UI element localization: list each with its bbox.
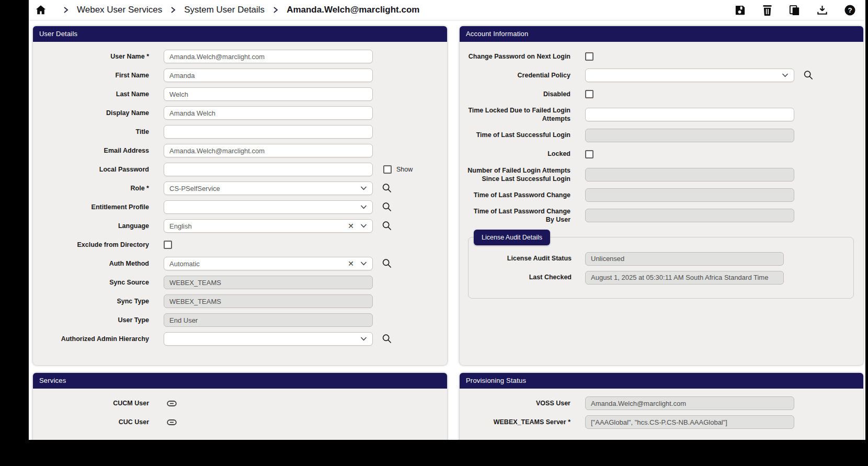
select-input-credential-policy[interactable] (585, 69, 794, 82)
clear-icon[interactable]: ✕ (348, 260, 354, 267)
panel-title: Provisioning Status (460, 373, 863, 389)
field-control-exclude-from-directory (164, 241, 172, 249)
readonly-field-sync-type: WEBEX_TEAMS (164, 294, 373, 308)
field-row-first-name: First NameAmanda (39, 69, 441, 82)
field-value: WEBEX_TEAMS (169, 279, 367, 287)
field-label-change-password-on-next-login: Change Password on Next Login (466, 52, 570, 61)
field-label-locked: Locked (466, 150, 570, 158)
select-input-language[interactable]: English✕ (164, 219, 373, 233)
field-control-first-name: Amanda (164, 69, 373, 82)
readonly-field-voss-user: Amanda.Welch@marclight.com (585, 396, 794, 410)
field-control-last-name: Welch (164, 87, 373, 101)
field-control-title (164, 125, 373, 139)
readonly-field-time-of-last-password-change-by-user (585, 209, 794, 222)
field-row-last-checked: Last CheckedAugust 1, 2025 at 05:30:11 A… (475, 271, 847, 285)
search-icon[interactable] (381, 258, 393, 269)
select-input-authorized-admin-hierarchy[interactable] (164, 332, 373, 346)
field-row-local-password: Local PasswordShow (39, 163, 441, 176)
panel-account-information: Account Information Change Password on N… (460, 26, 863, 365)
field-label-language: Language (39, 222, 149, 230)
field-control-authorized-admin-hierarchy (164, 332, 393, 346)
delete-button[interactable] (762, 4, 773, 16)
field-label-sync-type: Sync Type (39, 297, 149, 305)
breadcrumb-item[interactable]: Webex User Services (77, 5, 162, 15)
chevron-down-icon (360, 337, 367, 341)
checkbox-locked[interactable] (585, 150, 593, 158)
field-control-entitlement-profile (164, 200, 393, 214)
checkbox-disabled[interactable] (585, 90, 593, 98)
field-label-last-checked: Last Checked (475, 273, 572, 281)
field-row-sync-source: Sync SourceWEBEX_TEAMS (39, 276, 441, 289)
clear-icon[interactable]: ✕ (348, 222, 354, 230)
text-input-display-name[interactable]: Amanda Welch (164, 106, 373, 120)
text-input-user-name[interactable]: Amanda.Welch@marclight.com (164, 50, 373, 63)
field-row-user-name: User Name *Amanda.Welch@marclight.com (39, 50, 441, 63)
field-control-cuc-user (164, 419, 177, 426)
field-row-sync-type: Sync TypeWEBEX_TEAMS (39, 294, 441, 308)
field-control-time-of-last-password-change (585, 188, 794, 202)
field-value: Welch (169, 90, 367, 98)
field-value: Unlicensed (591, 255, 778, 263)
field-row-title: Title (39, 125, 441, 139)
readonly-field-license-audit-status: Unlicensed (585, 252, 784, 266)
text-input-email-address[interactable]: Amanda.Welch@marclight.com (164, 144, 373, 157)
field-row-number-of-failed-login-attempts-since-last-successful-login: Number of Failed Login Attempts Since La… (466, 166, 857, 184)
field-control-webex-teams-server: ["AAAGlobal", "hcs.CS-P.CS-NB.AAAGlobal"… (585, 415, 794, 429)
search-icon[interactable] (381, 183, 393, 194)
breadcrumb-current-user: Amanda.Welch@marclight.com (287, 5, 419, 15)
field-label-credential-policy: Credential Policy (466, 71, 570, 79)
search-icon[interactable] (381, 333, 393, 345)
license-audit-details-tab: License Audit Details (474, 230, 550, 245)
action-toolbar: ? (734, 4, 856, 16)
save-button[interactable] (734, 4, 746, 16)
field-control-user-type: End User (164, 313, 373, 327)
field-label-time-of-last-password-change-by-user: Time of Last Password Change By User (466, 207, 570, 224)
text-input-title[interactable] (164, 125, 373, 139)
field-row-auth-method: Auth MethodAutomatic✕ (39, 257, 441, 270)
field-value: Amanda.Welch@marclight.com (169, 53, 367, 61)
search-icon[interactable] (803, 70, 814, 81)
field-value: ["AAAGlobal", "hcs.CS-P.CS-NB.AAAGlobal"… (591, 418, 789, 426)
field-label-time-of-last-successful-login: Time of Last Successful Login (466, 131, 570, 139)
field-label-sync-source: Sync Source (39, 278, 149, 287)
field-row-time-of-last-successful-login: Time of Last Successful Login (466, 129, 857, 142)
field-label-license-audit-status: License Audit Status (475, 254, 572, 263)
field-row-license-audit-status: License Audit StatusUnlicensed (475, 252, 847, 266)
show-password-label: Show (396, 166, 413, 173)
linked-record-icon[interactable] (167, 419, 177, 426)
text-input-last-name[interactable]: Welch (164, 87, 373, 101)
field-control-credential-policy (585, 69, 814, 82)
field-control-role: CS-PSelfService (164, 181, 393, 195)
help-button[interactable]: ? (844, 4, 856, 16)
chevron-down-icon (360, 205, 367, 209)
panel-services: Services CUCM UserCUC User (33, 373, 447, 440)
checkbox-exclude-from-directory[interactable] (164, 241, 172, 249)
show-password-checkbox[interactable] (383, 165, 392, 174)
select-input-role[interactable]: CS-PSelfService (164, 181, 373, 195)
chevron-down-icon (360, 262, 367, 266)
field-value: Amanda.Welch@marclight.com (169, 147, 367, 155)
text-input-first-name[interactable]: Amanda (164, 69, 373, 82)
field-label-time-locked-due-to-failed-login-attempts: Time Locked Due to Failed Login Attempts (466, 106, 570, 123)
select-input-auth-method[interactable]: Automatic✕ (164, 257, 373, 270)
panel-title: User Details (33, 26, 447, 42)
breadcrumb-item[interactable]: System User Details (184, 5, 265, 15)
field-control-sync-type: WEBEX_TEAMS (164, 294, 373, 308)
field-control-local-password: Show (164, 163, 413, 176)
export-button[interactable] (816, 4, 828, 16)
field-label-user-type: User Type (39, 316, 149, 324)
field-label-exclude-from-directory: Exclude from Directory (39, 241, 149, 249)
panel-title: Services (33, 373, 447, 389)
field-label-display-name: Display Name (39, 109, 149, 117)
select-input-entitlement-profile[interactable] (164, 200, 373, 214)
linked-record-icon[interactable] (167, 400, 177, 407)
field-control-display-name: Amanda Welch (164, 106, 373, 120)
field-control-time-locked-due-to-failed-login-attempts (585, 108, 794, 121)
checkbox-change-password-on-next-login[interactable] (585, 52, 593, 61)
search-icon[interactable] (381, 220, 393, 232)
home-icon[interactable] (35, 4, 47, 16)
clone-button[interactable] (789, 4, 801, 16)
text-input-time-locked-due-to-failed-login-attempts[interactable] (585, 108, 794, 121)
text-input-local-password[interactable] (164, 163, 373, 176)
search-icon[interactable] (381, 201, 393, 213)
